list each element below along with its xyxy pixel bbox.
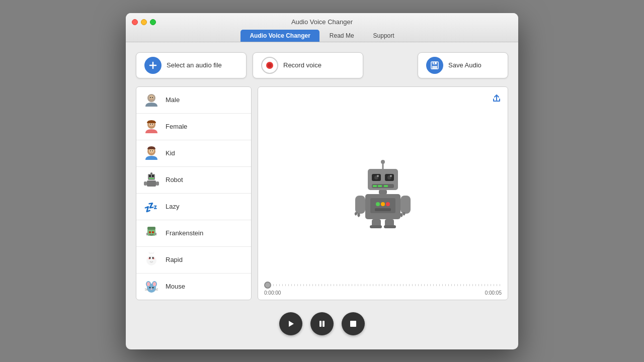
robot-illustration <box>353 158 413 228</box>
svg-rect-24 <box>147 180 156 187</box>
main-area: Male Female <box>136 86 508 300</box>
voice-label-frankenstein: Frankenstein <box>166 229 203 237</box>
voice-list: Male Female <box>136 86 252 300</box>
svg-point-62 <box>377 175 379 177</box>
select-audio-button[interactable]: Select an audio file <box>136 52 247 78</box>
voice-item-mouse[interactable]: Mouse <box>136 274 251 300</box>
svg-point-14 <box>150 124 151 125</box>
toolbar: Select an audio file Record voice <box>136 52 508 78</box>
voice-label-robot: Robot <box>166 176 183 184</box>
svg-point-27 <box>150 172 152 174</box>
save-icon <box>426 57 443 74</box>
svg-point-72 <box>381 202 385 206</box>
svg-point-35 <box>146 255 156 265</box>
svg-rect-68 <box>379 190 387 194</box>
maximize-button[interactable] <box>150 19 156 25</box>
voice-item-lazy[interactable]: 💤 Lazy <box>136 194 251 220</box>
playback-controls <box>136 308 508 339</box>
svg-point-47 <box>149 287 151 288</box>
svg-point-39 <box>152 257 154 259</box>
svg-point-46 <box>153 282 156 286</box>
stop-button[interactable] <box>342 312 365 335</box>
svg-rect-75 <box>355 196 365 214</box>
frankenstein-avatar <box>142 224 160 242</box>
progress-section: 0:00:00 0:00:05 <box>258 277 508 300</box>
record-icon <box>261 57 278 74</box>
svg-rect-82 <box>319 321 321 327</box>
progress-track <box>264 284 502 286</box>
female-avatar <box>142 118 160 136</box>
pause-button[interactable] <box>310 312 334 335</box>
svg-point-63 <box>390 175 392 177</box>
svg-rect-65 <box>373 185 377 187</box>
svg-point-10 <box>150 97 151 98</box>
svg-rect-66 <box>378 185 382 187</box>
svg-marker-81 <box>289 321 294 327</box>
svg-rect-34 <box>155 233 156 235</box>
svg-point-3 <box>268 63 272 67</box>
svg-point-11 <box>152 97 153 98</box>
robot-avatar <box>142 171 160 189</box>
svg-rect-80 <box>384 225 396 228</box>
rapid-avatar <box>142 251 160 269</box>
tab-read-me[interactable]: Read Me <box>320 30 363 42</box>
svg-rect-22 <box>152 175 154 177</box>
time-labels: 0:00:00 0:00:05 <box>264 290 502 296</box>
voice-label-lazy: Lazy <box>166 203 179 210</box>
voice-item-rapid[interactable]: Rapid <box>136 247 251 274</box>
progress-thumb[interactable] <box>264 282 271 289</box>
voice-item-kid[interactable]: Kid <box>136 140 251 167</box>
save-audio-button[interactable]: Save Audio <box>418 52 508 78</box>
svg-point-71 <box>376 202 380 206</box>
svg-rect-6 <box>432 66 437 69</box>
main-content: Select an audio file Record voice <box>126 42 518 349</box>
lazy-avatar: 💤 <box>142 198 160 216</box>
record-voice-button[interactable]: Record voice <box>253 52 363 78</box>
svg-point-49 <box>151 288 152 290</box>
svg-rect-84 <box>350 321 356 327</box>
tab-audio-voice-changer[interactable]: Audio Voice Changer <box>240 30 319 42</box>
svg-rect-23 <box>149 178 154 179</box>
svg-point-15 <box>152 124 153 125</box>
mouse-avatar <box>142 278 160 296</box>
voice-item-frankenstein[interactable]: Frankenstein <box>136 220 251 247</box>
svg-line-40 <box>149 252 150 254</box>
svg-point-31 <box>149 231 151 233</box>
minimize-button[interactable] <box>141 19 147 25</box>
voice-item-male[interactable]: Male <box>136 87 251 114</box>
svg-rect-67 <box>384 185 388 187</box>
kid-avatar <box>142 144 160 162</box>
svg-point-32 <box>152 231 154 233</box>
window-title: Audio Voice Changer <box>291 18 353 26</box>
svg-rect-79 <box>370 225 382 228</box>
close-button[interactable] <box>132 19 138 25</box>
voice-label-kid: Kid <box>166 149 175 157</box>
progress-bar[interactable] <box>264 281 502 289</box>
svg-rect-25 <box>144 182 147 186</box>
svg-point-18 <box>150 150 151 151</box>
time-current: 0:00:00 <box>264 290 281 296</box>
play-button[interactable] <box>279 312 302 335</box>
svg-point-56 <box>381 160 385 164</box>
svg-point-45 <box>147 282 150 286</box>
svg-text:💤: 💤 <box>144 201 158 214</box>
voice-label-female: Female <box>166 123 187 130</box>
window-controls <box>132 19 156 25</box>
tab-support[interactable]: Support <box>364 30 404 42</box>
add-icon <box>144 57 162 74</box>
svg-point-38 <box>149 257 151 259</box>
svg-point-19 <box>152 150 153 151</box>
time-total: 0:00:05 <box>485 290 502 296</box>
svg-rect-76 <box>400 196 411 214</box>
tab-bar: Audio Voice Changer Read Me Support <box>240 30 403 42</box>
svg-rect-26 <box>156 182 159 186</box>
svg-rect-21 <box>149 175 151 177</box>
voice-item-female[interactable]: Female <box>136 114 251 140</box>
share-button[interactable] <box>491 92 503 107</box>
svg-rect-33 <box>146 233 148 235</box>
voice-label-male: Male <box>166 96 180 104</box>
preview-area: 0:00:00 0:00:05 <box>258 86 508 300</box>
titlebar: Audio Voice Changer Audio Voice Changer … <box>126 13 518 42</box>
svg-rect-74 <box>375 208 391 211</box>
voice-item-robot[interactable]: Robot <box>136 167 251 194</box>
